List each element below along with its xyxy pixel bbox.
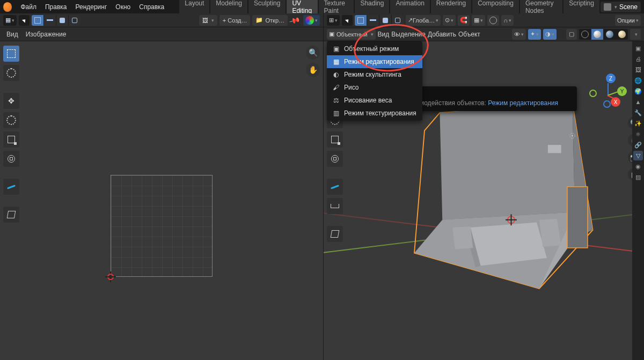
gizmo-toggle[interactable]: ✦▾ <box>528 29 541 40</box>
shading-rendered[interactable] <box>616 29 628 40</box>
snap-dropdown[interactable]: ▦▾ <box>472 15 485 26</box>
tool-scale[interactable] <box>3 131 19 148</box>
mode-item-object[interactable]: ▣ Объектный режим <box>327 42 422 55</box>
tool3d-scale[interactable] <box>327 131 343 148</box>
select-vertex[interactable] <box>32 15 43 26</box>
mesh-select-extra[interactable] <box>392 15 404 26</box>
prop-tab-render[interactable]: ▣ <box>633 43 643 53</box>
overlay-toggle[interactable]: ◑▾ <box>543 29 557 40</box>
select-face[interactable] <box>56 15 68 26</box>
xray-toggle[interactable]: ▢ <box>566 29 577 40</box>
snap-target-icon: ▦ <box>474 17 479 24</box>
tool3d-measure[interactable] <box>327 198 343 214</box>
arrow-icon <box>345 18 349 23</box>
prop-tab-texture[interactable]: ▨ <box>633 172 643 182</box>
menu-render[interactable]: Рендеринг <box>71 1 111 13</box>
vp-menu-select[interactable]: Выделение <box>391 31 426 38</box>
snap-toggle[interactable]: 🧲 <box>458 15 470 26</box>
mesh-select-mode <box>355 15 404 26</box>
options-dropdown[interactable]: Опции▾ <box>615 15 641 26</box>
chevron-down-icon: ▾ <box>211 18 214 23</box>
visibility-dropdown[interactable]: 👁▾ <box>512 29 526 40</box>
gizmo-neg-y[interactable] <box>589 90 597 97</box>
new-image-button[interactable]: + Созд… <box>219 15 251 26</box>
uv-menu-view[interactable]: Вид <box>6 31 18 38</box>
menu-window[interactable]: Окно <box>111 1 135 13</box>
mesh-select-face[interactable] <box>379 15 391 26</box>
select-edge[interactable] <box>44 15 56 26</box>
prop-tab-output[interactable]: 🖨 <box>633 54 643 64</box>
orientation-dropdown[interactable]: ↗ Глоба… ▾ <box>406 15 441 26</box>
annotate-icon <box>331 185 339 189</box>
vp-menu-object[interactable]: Объект <box>458 31 480 38</box>
menu-help[interactable]: Справка <box>135 1 169 13</box>
mode-item-sculpt[interactable]: ◐ Режим скульптинга <box>327 68 422 81</box>
2d-cursor-icon[interactable] <box>105 271 116 282</box>
pan-button[interactable]: ✋ <box>306 63 320 77</box>
prop-tab-view[interactable]: 🖼 <box>633 65 643 75</box>
shading-matprev[interactable] <box>604 29 616 40</box>
tool3d-add-cube[interactable] <box>327 226 343 242</box>
gizmo-z[interactable]: Z <box>606 74 616 83</box>
prop-tab-particles[interactable]: ✨ <box>633 119 643 128</box>
shading-dropdown[interactable]: ▾ <box>630 29 641 40</box>
mode-item-tpaint[interactable]: ▥ Режим текстурирования <box>327 107 422 120</box>
image-selector[interactable]: 🖼▾ <box>199 15 217 26</box>
scene-selector[interactable]: ▾ Scene <box>601 2 641 12</box>
proportional-toggle[interactable] <box>487 15 499 26</box>
menu-edit[interactable]: Правка <box>41 1 71 13</box>
prop-tab-scene[interactable]: 🌐 <box>633 76 643 85</box>
tool-move[interactable] <box>3 93 19 109</box>
prop-tab-constraints[interactable]: 🔗 <box>633 140 643 150</box>
uv-menu-image[interactable]: Изображение <box>26 31 67 38</box>
prop-tab-mesh[interactable]: ▽ <box>633 151 643 160</box>
tool-box-select[interactable] <box>3 46 19 62</box>
shading-solid[interactable] <box>591 29 603 40</box>
measure-icon <box>331 204 339 208</box>
shading-mode <box>579 29 628 40</box>
prop-tab-physics[interactable]: ⚛ <box>633 129 643 139</box>
vp-menu-add[interactable]: Добавить <box>428 31 456 38</box>
prop-tab-material[interactable]: ◉ <box>633 161 643 171</box>
uv-grid[interactable] <box>111 175 213 277</box>
mode-item-edit[interactable]: ▦ Режим редактирования <box>327 55 422 68</box>
mesh-select-vertex[interactable] <box>355 15 367 26</box>
mode-item-wpaint[interactable]: ⚖ Рисование веса <box>327 94 422 107</box>
zoom-button[interactable]: 🔍 <box>306 46 320 60</box>
svg-rect-10 <box>552 151 558 187</box>
tool-cursor[interactable] <box>3 65 19 81</box>
mode-item-vpaint[interactable]: 🖌 Рисо <box>327 81 422 94</box>
prop-tab-object[interactable]: ▲ <box>633 97 643 107</box>
editor-type-dropdown[interactable]: ▦▾ <box>3 15 17 26</box>
prop-tab-modifiers[interactable]: 🔧 <box>633 108 643 117</box>
gizmo-x[interactable]: X <box>611 97 620 107</box>
mode-item-label: Рисо <box>344 84 359 91</box>
gizmo-neg-z[interactable] <box>603 100 611 108</box>
select-island[interactable] <box>69 15 80 26</box>
tool-rip[interactable] <box>3 207 19 223</box>
tool-transform[interactable] <box>3 151 19 167</box>
cursor-tool-3d[interactable] <box>342 15 353 26</box>
mesh-select-edge[interactable] <box>367 15 379 26</box>
tool-rotate[interactable] <box>3 112 19 128</box>
gizmo-y[interactable]: Y <box>617 86 627 96</box>
editor-type-dropdown-3d[interactable]: ⊞▾ <box>327 15 340 26</box>
vp-menu-view[interactable]: Вид <box>378 31 390 38</box>
gizmo-icon: ✦ <box>530 31 535 38</box>
uv-display-channel[interactable]: ▾ <box>303 15 320 26</box>
tool-annotate[interactable] <box>3 179 19 195</box>
hand-icon: ✋ <box>309 65 318 74</box>
prop-tab-world[interactable]: 🌍 <box>633 86 643 96</box>
tool3d-annotate[interactable] <box>327 179 343 195</box>
orientation-gizmo[interactable]: Z Y X <box>589 74 627 111</box>
mode-dropdown-button[interactable]: ▣ Объектный ▾ <box>327 29 376 40</box>
menu-file[interactable]: Файл <box>16 1 41 13</box>
open-image-button[interactable]: 📁Откр… <box>252 15 288 26</box>
tool3d-transform[interactable] <box>327 151 343 167</box>
pin-icon[interactable]: 📌 <box>288 14 301 26</box>
proportional-dropdown[interactable]: ∩▾ <box>501 15 514 26</box>
pivot-dropdown[interactable]: ⊙▾ <box>443 15 456 26</box>
top-menu-bar: Файл Правка Рендеринг Окно Справка Layou… <box>0 0 644 13</box>
cursor-tool-icon[interactable] <box>19 15 30 26</box>
shading-wire[interactable] <box>579 29 591 40</box>
